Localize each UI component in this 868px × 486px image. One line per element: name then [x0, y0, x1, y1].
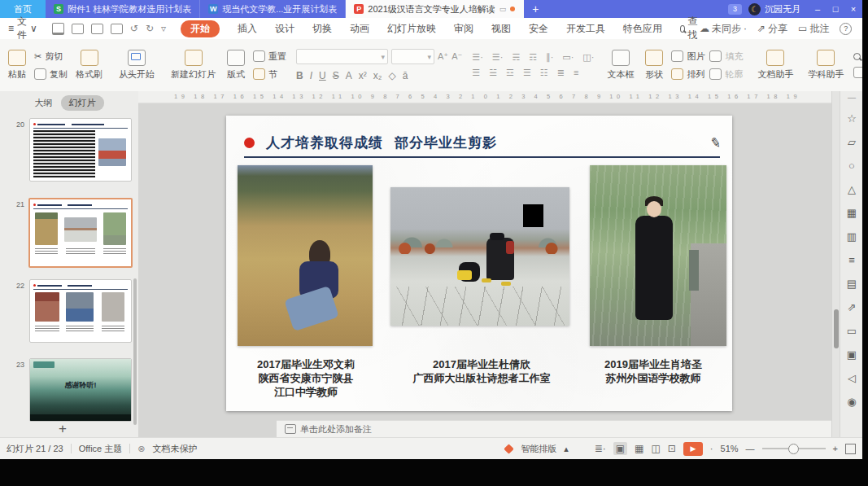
new-tab-button[interactable]: +	[532, 2, 539, 15]
strike-button[interactable]: S	[333, 70, 339, 81]
compass-icon[interactable]: ◉	[847, 390, 856, 414]
tab-animation[interactable]: 动画	[350, 22, 369, 36]
export-icon[interactable]	[72, 24, 84, 34]
reset-button[interactable]: 重置	[253, 50, 286, 63]
maximize-button[interactable]: □	[827, 4, 844, 14]
chart-icon[interactable]: ▥	[847, 225, 857, 248]
zoom-in-button[interactable]: +	[833, 444, 838, 453]
photo-graduate-3[interactable]	[590, 165, 726, 346]
vertical-scrollbar-thumb[interactable]	[834, 309, 839, 348]
share-button[interactable]: ⇗分享	[757, 22, 787, 36]
caption-graduate-2[interactable]: 2017届毕业生杜倩欣 广西师大出版社诗想者工作室	[386, 357, 578, 385]
caption-graduate-3[interactable]: 2019届毕业生肖培圣 苏州外国语学校教师	[578, 357, 729, 385]
caption-graduate-1[interactable]: 2017届毕业生邓文莉 陕西省安康市宁陕县 江口中学教师	[228, 357, 384, 399]
print-preview-icon[interactable]	[111, 24, 123, 34]
font-name-select[interactable]: ▾	[296, 49, 388, 64]
animation-icon[interactable]: ○	[848, 154, 855, 177]
picture-button[interactable]: 图片	[671, 50, 704, 63]
zoom-out-button[interactable]: —	[746, 444, 755, 453]
line-spacing-icon[interactable]: ≣	[557, 68, 565, 78]
superscript-button[interactable]: x²	[359, 70, 367, 81]
section-button[interactable]: 节	[253, 68, 286, 81]
slide-thumbnail-23[interactable]: 感谢聆听!	[29, 358, 132, 422]
file-menu[interactable]: ≡ 文件 ∨	[0, 15, 44, 42]
undo-icon[interactable]: ↺	[130, 23, 138, 34]
play-slideshow-button[interactable]: ▶	[683, 442, 703, 456]
tab-developer[interactable]: 开发工具	[566, 22, 605, 36]
notes-bar[interactable]: 单击此处添加备注	[277, 420, 868, 437]
align-right-icon[interactable]: ☲	[506, 68, 514, 78]
zoom-slider[interactable]	[762, 448, 826, 449]
notes-pane-icon[interactable]: ▭	[847, 319, 857, 343]
indent-icon[interactable]: ☶	[529, 52, 537, 63]
find-button[interactable]: 查找	[680, 15, 700, 42]
panel-scrollbar-thumb[interactable]	[133, 278, 137, 425]
layout-grid-icon[interactable]: ▦	[847, 201, 857, 225]
export-share-icon[interactable]: ⇗	[848, 296, 857, 319]
outdent-icon[interactable]: ☴	[512, 52, 520, 63]
comment-button[interactable]: ▭批注	[798, 22, 829, 36]
align-center-icon[interactable]: ☱	[489, 68, 497, 78]
slide-21[interactable]: 人才培养取得成绩 部分毕业生剪影 ✎	[226, 116, 732, 411]
close-button[interactable]: ×	[844, 4, 862, 14]
tab-design[interactable]: 设计	[275, 22, 294, 36]
sidebar-collapse-handle[interactable]: —	[848, 93, 856, 102]
protection-status[interactable]: 文档未保护	[153, 443, 198, 455]
find-replace-icon[interactable]	[853, 53, 861, 60]
reading-view-icon[interactable]: ◫	[651, 443, 660, 454]
justify-icon[interactable]: ☰	[523, 68, 531, 78]
doc-tab-spreadsheet[interactable]: S 附件1 桂林学院教材选用计划表	[46, 0, 200, 18]
doc-tab-writer[interactable]: W 现当代文学教...业开展计划表	[200, 0, 346, 18]
shrink-text-icon[interactable]: ≡	[574, 68, 578, 78]
add-slide-button[interactable]: +	[59, 421, 67, 437]
format-painter-button[interactable]: 格式刷	[72, 48, 106, 82]
tab-security[interactable]: 安全	[529, 22, 548, 36]
shrink-font-icon[interactable]: A⁻	[451, 51, 462, 62]
slide-thumbnail-20[interactable]	[29, 118, 132, 182]
clear-format-button[interactable]: ◇	[388, 70, 395, 81]
text-box-button[interactable]: 文本框	[604, 48, 637, 82]
new-slide-button[interactable]: 新建幻灯片	[168, 48, 219, 82]
normal-view-icon[interactable]: ▣	[613, 442, 627, 455]
arrange-button[interactable]: 排列	[671, 68, 704, 81]
tab-view[interactable]: 视图	[491, 22, 511, 36]
smart-layout-label[interactable]: 智能排版	[521, 443, 556, 455]
zoom-level[interactable]: 51%	[721, 444, 739, 453]
grow-font-icon[interactable]: A⁺	[438, 51, 448, 62]
tab-review[interactable]: 审阅	[454, 22, 473, 36]
cut-button[interactable]: ✂剪切	[34, 50, 68, 63]
picture-pane-icon[interactable]: ▣	[847, 343, 857, 366]
text-direction-icon[interactable]: ∥·	[546, 52, 553, 63]
notes-view-icon[interactable]: ≣·	[595, 443, 606, 454]
font-color-button[interactable]: A	[346, 70, 352, 81]
photo-graduate-1[interactable]	[238, 165, 373, 346]
transition-icon[interactable]: ▱	[848, 130, 856, 154]
help-button[interactable]: ?	[840, 23, 852, 35]
tab-slideshow[interactable]: 幻灯片放映	[387, 22, 436, 36]
theme-name[interactable]: Office 主题	[79, 443, 123, 455]
font-size-select[interactable]: ▾	[391, 49, 434, 64]
doc-assistant-button[interactable]: 文档助手	[752, 50, 798, 81]
slides-tab[interactable]: 幻灯片	[61, 95, 104, 111]
save-icon[interactable]	[52, 23, 64, 35]
slide-thumbnail-22[interactable]	[29, 279, 132, 343]
fill-button[interactable]: 填充	[709, 50, 743, 63]
print-icon[interactable]	[91, 24, 103, 34]
tab-transition[interactable]: 切换	[312, 22, 332, 36]
subject-assistant-button[interactable]: 学科助手	[803, 50, 848, 81]
material-icon[interactable]: △	[848, 177, 856, 201]
notification-badge[interactable]: 3	[728, 4, 742, 15]
underline-button[interactable]: U	[319, 70, 326, 81]
gallery-icon[interactable]: ▤	[847, 272, 857, 296]
slide-thumbnail-21-selected[interactable]	[28, 198, 133, 268]
presenter-view-icon[interactable]: ⊡	[668, 443, 676, 454]
shapes-button[interactable]: 形状	[642, 48, 666, 82]
subscript-button[interactable]: x₂	[373, 70, 382, 81]
numbering-icon[interactable]: ☰·	[492, 52, 504, 63]
adjust-icon[interactable]: ≡	[848, 248, 855, 272]
align-left-icon[interactable]: ☰	[472, 68, 480, 78]
user-avatar[interactable]: ☾	[748, 3, 761, 15]
layout-button[interactable]: 版式	[224, 48, 248, 82]
customize-caret-icon[interactable]: ▿	[161, 23, 166, 34]
bullets-icon[interactable]: ☰·	[472, 52, 483, 63]
